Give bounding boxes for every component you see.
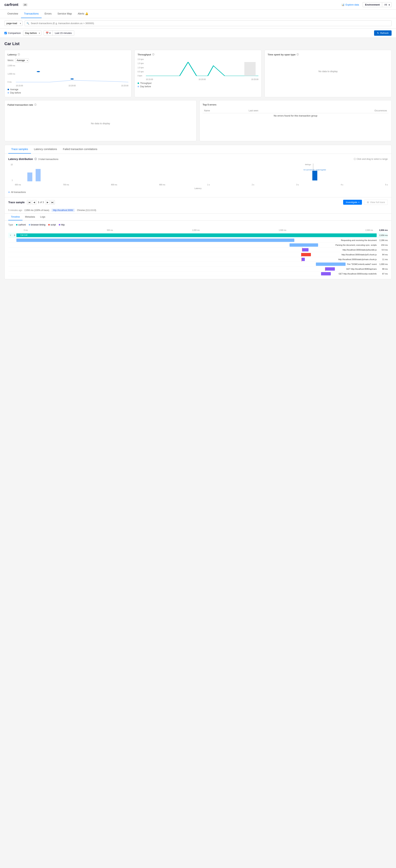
chart-icon: 📊 <box>341 3 344 6</box>
tl-sub-bar-area-bundle <box>17 248 341 251</box>
metric-select[interactable]: Average <box>15 58 29 62</box>
trace-nav-first[interactable]: |◀ <box>27 200 31 205</box>
errors-no-data-row: No errors found for this transaction gro… <box>203 113 389 118</box>
latency-card: Latency ⓘ Metric Average 2,000 ms 1,000 … <box>4 50 131 97</box>
metric-label: Metric <box>7 59 13 62</box>
latency-x-labels: 10:15:00 10:20:00 10:25:00 <box>16 85 128 87</box>
throughput-y-label-4: 0 tpm <box>138 75 144 77</box>
dist-x-label-8: 5 s <box>385 184 388 186</box>
nav-errors[interactable]: Errors <box>42 9 55 18</box>
latency-dist-chart[interactable]: 10 1 95p Current sample <box>8 164 388 186</box>
tl-marker-bundle <box>302 247 302 251</box>
trace-nav: |◀ ◀ 1 of 3 ▶ ▶| <box>27 200 55 205</box>
throughput-y-label-2: 1.0 tpm <box>138 67 144 69</box>
type-http: http <box>59 223 65 226</box>
comparison-period-selector[interactable]: Day before <box>23 31 41 35</box>
tl-bar-mainchunk <box>302 258 305 261</box>
latency-info-icon[interactable]: ⓘ <box>18 53 20 56</box>
tab-latency-correlations[interactable]: Latency correlations <box>31 145 60 154</box>
comparison-checkbox-label[interactable]: Comparison <box>4 32 21 34</box>
env-value[interactable]: All <box>382 2 392 7</box>
throughput-info-icon[interactable]: ⓘ <box>152 53 154 56</box>
app-logo: carfront <box>4 3 19 7</box>
trace-nav-prev[interactable]: ◀ <box>32 200 36 205</box>
inner-tab-timeline[interactable]: Timeline <box>8 214 23 220</box>
refresh-button[interactable]: ↻ Refresh <box>374 30 392 36</box>
throughput-legend: Throughput Day before <box>138 82 258 88</box>
tl-row-dom: Fire "DOMContentLoaded" event 1,000 ms <box>8 262 388 267</box>
latency-y-labels: 2,000 ms 1,000 ms 0 ms <box>7 65 15 83</box>
trace-browser: Chrome (111.0.0.0) <box>77 209 96 212</box>
dist-x-label-4: 1 s <box>207 184 210 186</box>
view-full-trace-button[interactable]: ⊞ View full trace <box>364 199 388 205</box>
comparison-period-select[interactable]: Day before <box>23 31 41 35</box>
nav-overview[interactable]: Overview <box>4 9 21 18</box>
calendar-icon[interactable]: 📅 ▾ <box>44 31 53 35</box>
dist-legend: All transactions <box>8 191 388 193</box>
failed-rate-info-icon[interactable]: ⓘ <box>34 103 36 106</box>
nav-service-map[interactable]: Service Map <box>55 9 75 18</box>
bell-icon: 🔔 <box>85 12 88 15</box>
tl-duration-sockjs: 87 ms <box>377 273 388 275</box>
throughput-x-label-0: 10:15:00 <box>146 79 153 81</box>
trace-nav-next[interactable]: ▶ <box>45 200 50 205</box>
type-script: script <box>48 223 56 226</box>
throughput-y-labels: 2.0 tpm 1.5 tpm 1.0 tpm 0.5 tpm 0 tpm <box>138 58 144 77</box>
header: carfront JS 📊 Explore data Environment A… <box>0 0 396 9</box>
throughput-y-label-1: 1.5 tpm <box>138 62 144 64</box>
inner-tab-metadata[interactable]: Metadata <box>23 214 37 220</box>
search-input[interactable] <box>25 21 392 26</box>
tab-failed-correlations[interactable]: Failed transaction correlations <box>60 145 100 154</box>
timeline-section: Type carfront browser-timing script http <box>5 221 391 279</box>
tl-time-1: 500 ms <box>107 229 113 231</box>
trace-duration: 2,656 ms (100% of trace) <box>24 209 49 212</box>
latency-svg-area <box>16 65 128 83</box>
transaction-type-select[interactable]: page-load <box>4 21 23 26</box>
inner-tab-logs[interactable]: Logs <box>37 214 48 220</box>
tabs-section: Trace samples Latency correlations Faile… <box>4 145 392 279</box>
tl-row-requesting: Requesting and receiving the document 2,… <box>8 238 388 243</box>
tl-label-parsing: Parsing the document, executing sync. sc… <box>334 244 377 246</box>
time-spent-info-icon[interactable]: ⓘ <box>297 53 299 56</box>
throughput-bar <box>244 62 256 76</box>
tl-duration-carlist: 2,656 ms <box>377 234 388 237</box>
type-dot-carfront <box>16 224 18 225</box>
environment-selector[interactable]: Environment All <box>363 2 392 7</box>
metric-select-wrap[interactable]: Average <box>15 58 29 62</box>
transaction-type-selector[interactable]: page-load <box>4 21 23 26</box>
latency-dist-info-icon[interactable]: ⓘ <box>34 157 37 161</box>
throughput-legend-throughput: Throughput <box>138 82 258 85</box>
timeline-grid: 0 ms 500 ms 1,000 ms 1,500 ms 2,000 ms 2… <box>8 228 388 276</box>
latency-legend-dot-average <box>7 89 9 90</box>
nav-transactions[interactable]: Transactions <box>21 9 42 18</box>
latency-legend-daybefore: Day before <box>7 92 128 94</box>
env-label: Environment <box>363 2 382 7</box>
tl-expand-carlist[interactable]: ∨ <box>8 234 13 237</box>
tl-label-requesting: Requesting and receiving the document <box>339 239 377 241</box>
time-range-value: Last 15 minutes <box>53 31 74 35</box>
dist-x-label-0: 600 ms <box>15 184 21 186</box>
top5-errors-title: Top 5 errors <box>203 103 389 106</box>
investigate-button[interactable]: Investigate ▾ <box>343 200 362 205</box>
time-range-selector[interactable]: 📅 ▾ Last 15 minutes <box>44 30 74 36</box>
search-wrap <box>25 21 392 26</box>
tl-row-chunk0: http://localhost:3000/static/js/0.chunk.… <box>8 252 388 257</box>
tl-count-carlist: 8 <box>13 234 17 237</box>
tl-bar-parsing <box>290 243 318 247</box>
throughput-legend-dot <box>138 83 139 84</box>
dist-legend-all: All transactions <box>8 191 26 193</box>
globe-icon: 🌐 <box>17 234 20 236</box>
latency-legend-average: Average <box>7 88 128 91</box>
app-badge: JS <box>23 3 27 6</box>
throughput-y-label-3: 0.5 tpm <box>138 71 144 73</box>
metric-row: Metric Average <box>7 58 128 62</box>
tl-duration-apicars: 88 ms <box>377 268 388 270</box>
throughput-card: Throughput ⓘ 2.0 tpm 1.5 tpm 1.0 tpm 0.5… <box>134 50 262 97</box>
type-dot-browser-timing <box>29 224 30 225</box>
time-spent-no-data: No data to display <box>268 58 389 84</box>
comparison-checkbox[interactable] <box>4 32 7 34</box>
tab-trace-samples[interactable]: Trace samples <box>8 145 31 154</box>
explore-data-button[interactable]: 📊 Explore data <box>341 3 359 6</box>
nav-alerts[interactable]: Alerts 🔔 <box>75 9 91 18</box>
trace-nav-last[interactable]: ▶| <box>51 200 55 205</box>
